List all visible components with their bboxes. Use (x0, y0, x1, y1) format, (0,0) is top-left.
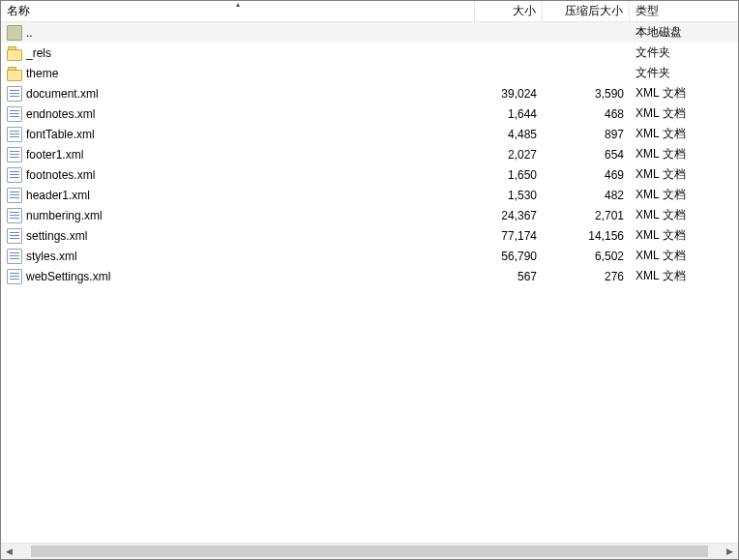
file-name: document.xml (26, 87, 99, 101)
cell-type: XML 文档 (630, 146, 738, 162)
disk-icon (7, 25, 22, 41)
table-row[interactable]: endnotes.xml1,644468XML 文档 (1, 103, 738, 124)
table-row[interactable]: numbering.xml24,3672,701XML 文档 (1, 205, 738, 225)
cell-name: numbering.xml (1, 208, 475, 223)
xml-file-icon (7, 249, 22, 264)
cell-type: XML 文档 (630, 207, 738, 223)
cell-size: 1,644 (475, 107, 543, 121)
scroll-track[interactable] (17, 544, 722, 559)
cell-compressed-size: 3,590 (543, 87, 630, 101)
cell-name: webSettings.xml (1, 269, 475, 284)
cell-name: document.xml (1, 86, 475, 102)
file-name: settings.xml (26, 229, 87, 243)
cell-size: 56,790 (475, 250, 543, 263)
table-row[interactable]: settings.xml77,17414,156XML 文档 (1, 225, 738, 246)
cell-name: footer1.xml (1, 147, 475, 162)
cell-size: 1,530 (475, 189, 543, 202)
cell-compressed-size: 654 (543, 148, 630, 162)
cell-size: 39,024 (475, 87, 543, 101)
cell-name: styles.xml (1, 249, 475, 264)
table-row[interactable]: footer1.xml2,027654XML 文档 (1, 144, 738, 164)
cell-size: 2,027 (475, 148, 543, 162)
cell-name: footnotes.xml (1, 167, 475, 183)
xml-file-icon (7, 188, 22, 203)
scroll-right-button[interactable]: ▶ (722, 544, 738, 559)
table-row[interactable]: _rels文件夹 (1, 43, 738, 63)
xml-file-icon (7, 86, 22, 102)
xml-file-icon (7, 228, 22, 244)
file-name: numbering.xml (26, 209, 103, 222)
folder-icon (7, 45, 22, 61)
file-list-pane: 名称 ▴ 大小 压缩后大小 类型 ..本地磁盘_rels文件夹theme文件夹d… (0, 0, 739, 560)
cell-type: XML 文档 (630, 248, 738, 264)
cell-type: XML 文档 (630, 227, 738, 244)
file-name: .. (26, 26, 33, 40)
file-name: fontTable.xml (26, 128, 95, 141)
cell-type: XML 文档 (630, 85, 738, 102)
cell-size: 24,367 (475, 209, 543, 222)
cell-type: 文件夹 (630, 65, 738, 81)
content-area: 名称 ▴ 大小 压缩后大小 类型 ..本地磁盘_rels文件夹theme文件夹d… (1, 1, 738, 543)
cell-compressed-size: 468 (543, 107, 630, 121)
cell-name: .. (1, 25, 475, 41)
cell-name: header1.xml (1, 188, 475, 203)
scroll-thumb[interactable] (31, 545, 708, 557)
cell-type: XML 文档 (630, 166, 738, 183)
table-row[interactable]: webSettings.xml567276XML 文档 (1, 266, 738, 286)
cell-name: fontTable.xml (1, 127, 475, 142)
chevron-left-icon: ◀ (6, 546, 13, 556)
xml-file-icon (7, 269, 22, 284)
column-header-type[interactable]: 类型 (630, 1, 738, 21)
cell-compressed-size: 469 (543, 168, 630, 182)
horizontal-scrollbar[interactable]: ◀ ▶ (1, 543, 738, 559)
table-row[interactable]: fontTable.xml4,485897XML 文档 (1, 124, 738, 144)
cell-type: XML 文档 (630, 126, 738, 142)
cell-type: 本地磁盘 (630, 24, 738, 41)
cell-name: endnotes.xml (1, 106, 475, 122)
cell-compressed-size: 897 (543, 128, 630, 141)
table-row[interactable]: styles.xml56,7906,502XML 文档 (1, 246, 738, 266)
column-header-compressed-size[interactable]: 压缩后大小 (543, 1, 630, 21)
cell-size: 1,650 (475, 168, 543, 182)
file-name: footnotes.xml (26, 168, 95, 182)
table-row[interactable]: ..本地磁盘 (1, 22, 738, 43)
file-name: _rels (26, 46, 51, 60)
cell-compressed-size: 6,502 (543, 250, 630, 263)
cell-compressed-size: 2,701 (543, 209, 630, 222)
file-name: endnotes.xml (26, 107, 95, 121)
table-row[interactable]: document.xml39,0243,590XML 文档 (1, 83, 738, 103)
scroll-left-button[interactable]: ◀ (1, 544, 17, 559)
column-header-name-label: 名称 (7, 3, 30, 19)
cell-name: theme (1, 66, 475, 81)
cell-type: XML 文档 (630, 105, 738, 122)
column-header-size[interactable]: 大小 (475, 1, 543, 21)
column-header-compressed-size-label: 压缩后大小 (565, 3, 623, 19)
file-rows: ..本地磁盘_rels文件夹theme文件夹document.xml39,024… (1, 22, 738, 286)
column-header-size-label: 大小 (513, 3, 536, 19)
sort-indicator-icon: ▴ (236, 1, 240, 9)
file-name: styles.xml (26, 250, 77, 263)
file-name: theme (26, 67, 58, 80)
cell-name: settings.xml (1, 228, 475, 244)
table-row[interactable]: theme文件夹 (1, 63, 738, 83)
xml-file-icon (7, 208, 22, 223)
file-name: footer1.xml (26, 148, 83, 162)
column-header-row: 名称 ▴ 大小 压缩后大小 类型 (1, 1, 738, 22)
cell-size: 77,174 (475, 229, 543, 243)
cell-compressed-size: 482 (543, 189, 630, 202)
xml-file-icon (7, 147, 22, 162)
xml-file-icon (7, 106, 22, 122)
cell-size: 4,485 (475, 128, 543, 141)
xml-file-icon (7, 167, 22, 183)
column-header-type-label: 类型 (636, 3, 659, 19)
file-name: webSettings.xml (26, 270, 110, 283)
cell-name: _rels (1, 45, 475, 61)
column-header-name[interactable]: 名称 ▴ (1, 1, 475, 21)
table-row[interactable]: footnotes.xml1,650469XML 文档 (1, 164, 738, 185)
cell-type: XML 文档 (630, 268, 738, 284)
cell-size: 567 (475, 270, 543, 283)
file-name: header1.xml (26, 189, 90, 202)
chevron-right-icon: ▶ (726, 546, 733, 556)
cell-compressed-size: 14,156 (543, 229, 630, 243)
table-row[interactable]: header1.xml1,530482XML 文档 (1, 185, 738, 205)
